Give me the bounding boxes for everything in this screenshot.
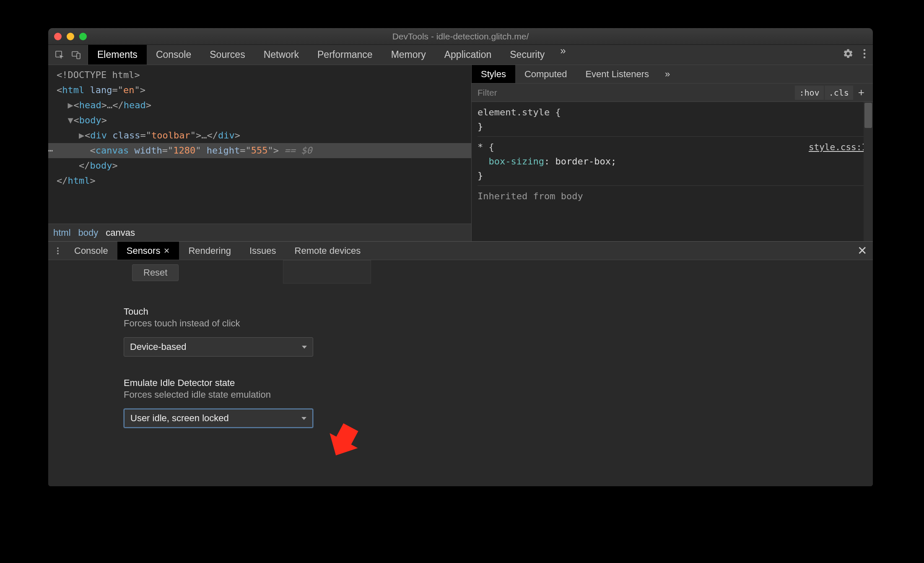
chevron-down-icon <box>302 346 307 349</box>
svg-point-6 <box>57 247 59 249</box>
tab-computed[interactable]: Computed <box>515 65 576 83</box>
svg-point-5 <box>864 56 866 58</box>
tabs-overflow-icon[interactable]: » <box>554 45 572 65</box>
devtools-window: DevTools - idle-detection.glitch.me/ Ele… <box>48 28 873 486</box>
rule-source-link[interactable]: style.css:1 <box>809 140 867 154</box>
crumb-canvas[interactable]: canvas <box>106 227 135 238</box>
drawer-more-icon[interactable] <box>51 242 65 260</box>
hov-toggle[interactable]: :hov <box>795 86 823 100</box>
idle-select-value: User idle, screen locked <box>130 413 229 424</box>
touch-title: Touch <box>124 306 848 317</box>
tab-security[interactable]: Security <box>501 45 554 65</box>
tab-performance[interactable]: Performance <box>308 45 382 65</box>
dom-doctype: <!DOCTYPE html> <box>57 70 140 80</box>
new-style-rule-icon[interactable]: + <box>854 86 869 99</box>
svg-point-4 <box>864 53 866 55</box>
disabled-field <box>283 260 371 284</box>
device-toggle-icon[interactable] <box>69 48 83 62</box>
tab-network[interactable]: Network <box>254 45 308 65</box>
svg-point-3 <box>864 49 866 51</box>
drawer: Console Sensors✕ Rendering Issues Remote… <box>48 241 873 486</box>
crumb-body[interactable]: body <box>78 227 99 238</box>
svg-point-8 <box>57 253 59 254</box>
cls-toggle[interactable]: .cls <box>825 86 853 100</box>
dom-selected-row[interactable]: ⋯ <canvas width="1280" height="555"> == … <box>48 143 471 158</box>
css-property-name[interactable]: box-sizing <box>489 156 544 167</box>
tab-event-listeners[interactable]: Event Listeners <box>576 65 658 83</box>
chevron-down-icon <box>301 417 306 420</box>
idle-title: Emulate Idle Detector state <box>124 378 848 388</box>
window-title: DevTools - idle-detection.glitch.me/ <box>48 31 873 42</box>
breadcrumbs: html body canvas <box>48 224 471 241</box>
touch-select[interactable]: Device-based <box>124 337 313 357</box>
tab-application[interactable]: Application <box>435 45 501 65</box>
settings-gear-icon[interactable] <box>843 48 854 61</box>
selected-marker: == $0 <box>279 145 312 156</box>
sensors-panel: Reset Touch Forces touch instead of clic… <box>48 260 873 486</box>
touch-subtitle: Forces touch instead of click <box>124 318 848 329</box>
dom-tree[interactable]: <!DOCTYPE html> <html lang="en"> ▶<head>… <box>48 65 471 224</box>
window-close-button[interactable] <box>54 33 62 40</box>
crumb-html[interactable]: html <box>53 227 71 238</box>
canvas-height-value: 555 <box>251 145 268 156</box>
traffic-lights <box>54 33 87 40</box>
touch-select-value: Device-based <box>130 341 187 352</box>
css-property-value[interactable]: border-box <box>555 156 610 167</box>
styles-filter-input[interactable] <box>472 88 795 98</box>
svg-point-7 <box>57 250 59 252</box>
tab-styles[interactable]: Styles <box>472 65 515 83</box>
drawer-tab-sensors[interactable]: Sensors✕ <box>117 242 179 260</box>
styles-filter-bar: :hov .cls + <box>472 83 873 102</box>
titlebar: DevTools - idle-detection.glitch.me/ <box>48 28 873 45</box>
styles-rules[interactable]: element.style { } style.css:1 * { box-si… <box>472 102 873 241</box>
svg-rect-2 <box>77 53 80 59</box>
drawer-tabs: Console Sensors✕ Rendering Issues Remote… <box>48 242 873 260</box>
rule-selector: element.style { <box>478 105 867 120</box>
drawer-tab-console[interactable]: Console <box>65 242 117 260</box>
inspect-element-icon[interactable] <box>52 48 67 62</box>
close-icon[interactable]: ✕ <box>164 246 170 255</box>
tab-console[interactable]: Console <box>147 45 200 65</box>
window-minimize-button[interactable] <box>67 33 74 40</box>
idle-subtitle: Forces selected idle state emulation <box>124 389 848 400</box>
idle-state-select[interactable]: User idle, screen locked <box>124 409 313 428</box>
inherited-label: Inherited from body <box>478 189 867 203</box>
drawer-close-icon[interactable]: ✕ <box>857 242 867 260</box>
main-toolbar: Elements Console Sources Network Perform… <box>48 45 873 65</box>
kebab-menu-icon[interactable] <box>860 48 869 61</box>
sidebar-tabs-overflow-icon[interactable]: » <box>658 65 677 83</box>
touch-section: Touch Forces touch instead of click Devi… <box>124 306 848 357</box>
panel-tabs: Elements Console Sources Network Perform… <box>88 45 838 65</box>
tab-memory[interactable]: Memory <box>382 45 435 65</box>
canvas-width-value: 1280 <box>173 145 195 156</box>
styles-scrollbar[interactable] <box>864 102 873 241</box>
tab-sources[interactable]: Sources <box>200 45 254 65</box>
tab-elements[interactable]: Elements <box>88 45 147 65</box>
idle-section: Emulate Idle Detector state Forces selec… <box>124 378 848 428</box>
drawer-tab-remote-devices[interactable]: Remote devices <box>286 242 370 260</box>
sidebar-tabs: Styles Computed Event Listeners » <box>472 65 873 83</box>
drawer-tab-rendering[interactable]: Rendering <box>179 242 240 260</box>
window-zoom-button[interactable] <box>79 33 87 40</box>
reset-button[interactable]: Reset <box>132 264 179 281</box>
drawer-tab-issues[interactable]: Issues <box>240 242 286 260</box>
